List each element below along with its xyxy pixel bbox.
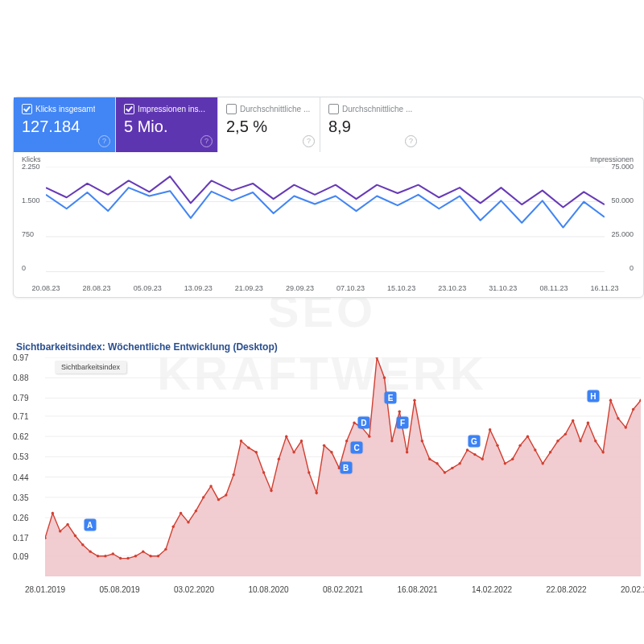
help-icon[interactable]: ?: [98, 135, 110, 147]
svg-point-81: [542, 462, 544, 464]
svg-point-62: [398, 411, 401, 413]
card-ctr[interactable]: Durchschnittliche ... 2,5 % ?: [218, 97, 320, 152]
svg-point-42: [247, 446, 250, 448]
visibility-title: Sichtbarkeitsindex: Wöchentliche Entwick…: [16, 341, 644, 353]
svg-point-90: [609, 399, 612, 402]
annotation-marker[interactable]: D: [357, 417, 369, 429]
svg-point-56: [353, 422, 355, 424]
svg-point-34: [187, 521, 189, 523]
svg-point-48: [292, 451, 295, 453]
svg-point-86: [579, 440, 581, 442]
xtick: 21.09.23: [235, 284, 263, 292]
svg-point-29: [149, 555, 151, 557]
svg-point-37: [209, 485, 212, 487]
annotation-marker[interactable]: F: [397, 417, 409, 429]
annotation-marker[interactable]: C: [351, 442, 363, 454]
card-value: 127.184: [22, 118, 107, 136]
svg-point-41: [240, 440, 242, 442]
visibility-ytick: 0.26: [13, 514, 28, 522]
card-value: 2,5 %: [226, 118, 312, 136]
svg-point-64: [413, 399, 415, 402]
svg-point-44: [262, 471, 265, 473]
svg-point-70: [458, 462, 460, 464]
svg-point-35: [195, 510, 197, 512]
svg-point-39: [225, 493, 227, 496]
checkbox-icon: [22, 104, 32, 114]
annotation-marker[interactable]: G: [468, 435, 480, 447]
card-value: 8,9: [328, 118, 414, 136]
svg-point-74: [489, 428, 491, 431]
impressions-line: [46, 176, 605, 207]
ytick-left: 1.500: [22, 196, 40, 204]
svg-point-87: [587, 422, 589, 424]
gsc-metric-cards: Klicks insgesamt 127.184 ? Impressionen …: [14, 97, 643, 152]
svg-point-73: [481, 457, 484, 460]
svg-point-18: [66, 523, 68, 526]
svg-point-27: [134, 555, 137, 557]
checkbox-icon: [226, 104, 237, 114]
visibility-xtick: 16.08.2021: [397, 585, 437, 594]
card-impressions[interactable]: Impressionen ins... 5 Mio. ?: [116, 97, 218, 152]
annotation-marker[interactable]: E: [385, 392, 397, 404]
svg-point-31: [164, 548, 167, 551]
svg-point-47: [285, 435, 287, 437]
svg-point-25: [119, 557, 122, 559]
visibility-xtick: 14.02.2022: [472, 585, 512, 594]
checkbox-icon: [328, 104, 339, 114]
annotation-marker[interactable]: B: [340, 462, 352, 474]
svg-point-32: [172, 526, 175, 528]
xtick: 07.10.23: [336, 284, 365, 292]
ytick-left: 0: [22, 264, 26, 272]
visibility-ytick: 0.79: [13, 394, 28, 402]
svg-point-66: [428, 457, 431, 460]
visibility-ytick: 0.88: [13, 374, 28, 382]
annotation-marker[interactable]: H: [587, 390, 599, 402]
ytick-left: 2.250: [22, 163, 40, 171]
svg-point-43: [255, 451, 258, 453]
visibility-ytick: 0.53: [13, 452, 28, 461]
help-icon[interactable]: ?: [303, 135, 315, 147]
svg-point-83: [556, 440, 559, 442]
svg-point-65: [421, 440, 423, 442]
xtick: 28.08.23: [83, 284, 111, 292]
svg-point-24: [112, 552, 114, 555]
svg-point-88: [594, 440, 597, 442]
svg-point-19: [74, 535, 76, 537]
xtick: 13.09.23: [184, 284, 213, 292]
card-value: 5 Mio.: [124, 118, 209, 136]
svg-point-53: [330, 451, 332, 453]
ytick-left: 750: [22, 230, 34, 238]
svg-point-91: [617, 417, 619, 419]
svg-point-78: [518, 444, 521, 447]
card-position[interactable]: Durchschnittliche ... 8,9 ?: [320, 97, 422, 152]
ytick-right: 0: [630, 264, 634, 272]
gsc-chart: Klicks Impressionen 2.250 1.500 750 0 75…: [14, 152, 643, 297]
svg-point-23: [104, 555, 106, 557]
card-clicks[interactable]: Klicks insgesamt 127.184 ?: [14, 97, 116, 152]
visibility-ytick: 0.44: [13, 473, 28, 481]
svg-point-40: [232, 473, 234, 476]
card-label: Klicks insgesamt: [35, 105, 95, 114]
svg-point-67: [436, 462, 438, 464]
annotation-marker[interactable]: A: [84, 518, 96, 530]
card-label: Durchschnittliche ...: [240, 105, 310, 114]
svg-point-26: [126, 557, 129, 559]
help-icon[interactable]: ?: [405, 135, 417, 147]
visibility-xtick: 08.02.2021: [323, 585, 363, 594]
ytick-right: 50.000: [611, 196, 634, 204]
svg-point-77: [511, 457, 514, 460]
svg-point-46: [278, 457, 280, 460]
svg-point-33: [180, 512, 182, 514]
xtick: 05.09.23: [134, 284, 162, 292]
visibility-xtick: 22.08.2022: [546, 585, 586, 594]
svg-point-16: [52, 512, 54, 514]
svg-point-49: [300, 440, 303, 442]
gsc-line-chart-svg: [46, 167, 605, 272]
xtick: 16.11.23: [590, 284, 618, 292]
help-icon[interactable]: ?: [200, 135, 213, 147]
svg-point-93: [632, 408, 634, 411]
svg-point-50: [308, 471, 310, 473]
card-label: Durchschnittliche ...: [342, 105, 412, 114]
ytick-right: 75.000: [611, 163, 634, 171]
clicks-line: [46, 188, 605, 227]
